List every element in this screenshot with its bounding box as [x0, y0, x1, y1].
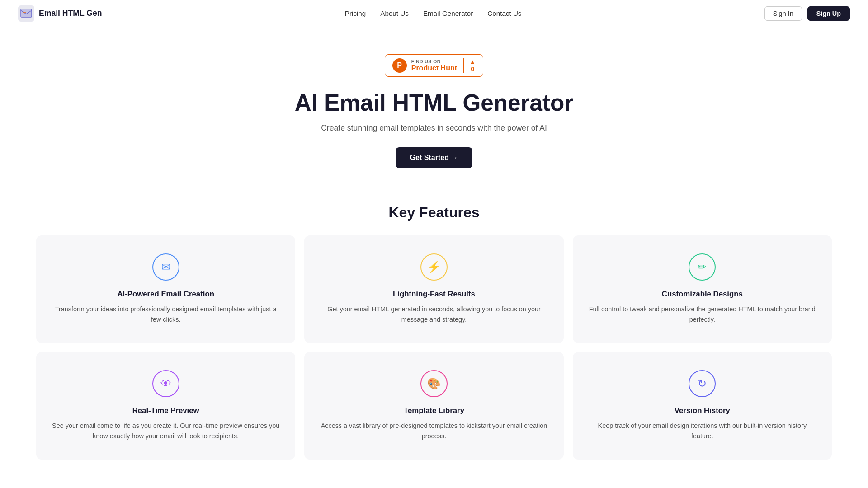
feature-desc-template-library: Access a vast library of pre-designed te… — [318, 421, 550, 441]
ph-arrow: ▲ — [469, 58, 476, 66]
feature-card-fast-results: ⚡Lightning-Fast ResultsGet your email HT… — [304, 235, 563, 343]
logo-icon — [18, 5, 34, 22]
feature-card-preview: 👁Real-Time PreviewSee your email come to… — [36, 352, 295, 460]
ph-name: Product Hunt — [411, 64, 457, 72]
nav-links: Pricing About Us Email Generator Contact… — [345, 9, 522, 18]
hero-section: P FIND US ON Product Hunt ▲ 0 AI Email H… — [0, 27, 868, 186]
nav-actions: Sign In Sign Up — [764, 6, 850, 21]
signin-button[interactable]: Sign In — [764, 6, 802, 21]
ph-text: FIND US ON Product Hunt — [411, 59, 457, 72]
ph-score: ▲ 0 — [463, 58, 476, 73]
feature-card-customizable: ✏Customizable DesignsFull control to twe… — [573, 235, 832, 343]
feature-icon-template-library: 🎨 — [420, 370, 448, 397]
nav-pricing[interactable]: Pricing — [345, 9, 366, 17]
nav-generator[interactable]: Email Generator — [423, 9, 473, 17]
signup-button[interactable]: Sign Up — [807, 6, 850, 21]
key-features-heading: Key Features — [36, 204, 832, 221]
feature-icon-ai-creation: ✉ — [152, 253, 179, 281]
navbar: Email HTML Gen Pricing About Us Email Ge… — [0, 0, 868, 27]
feature-desc-customizable: Full control to tweak and personalize th… — [586, 304, 818, 325]
get-started-button[interactable]: Get Started → — [396, 147, 473, 168]
feature-card-template-library: 🎨Template LibraryAccess a vast library o… — [304, 352, 563, 460]
features-grid: ✉AI-Powered Email CreationTransform your… — [36, 235, 832, 460]
feature-title-fast-results: Lightning-Fast Results — [318, 290, 550, 299]
ph-icon: P — [392, 58, 407, 73]
feature-title-ai-creation: AI-Powered Email Creation — [50, 290, 282, 299]
hero-title: AI Email HTML Generator — [9, 89, 859, 116]
feature-icon-fast-results: ⚡ — [420, 253, 448, 281]
svg-rect-3 — [23, 12, 26, 13]
svg-rect-4 — [23, 14, 25, 14]
brand-logo[interactable]: Email HTML Gen — [18, 5, 102, 22]
ph-find-label: FIND US ON — [411, 59, 457, 64]
brand-name: Email HTML Gen — [39, 9, 102, 18]
key-features-section: Key Features ✉AI-Powered Email CreationT… — [0, 186, 868, 478]
feature-card-ai-creation: ✉AI-Powered Email CreationTransform your… — [36, 235, 295, 343]
ph-num: 0 — [471, 66, 474, 73]
nav-contact[interactable]: Contact Us — [487, 9, 521, 17]
feature-desc-version-history: Keep track of your email design iteratio… — [586, 421, 818, 441]
nav-about[interactable]: About Us — [380, 9, 408, 17]
feature-title-preview: Real-Time Preview — [50, 406, 282, 415]
feature-card-version-history: ↻Version HistoryKeep track of your email… — [573, 352, 832, 460]
ai-action-section: See Our AI in Action — [0, 478, 868, 488]
feature-desc-preview: See your email come to life as you creat… — [50, 421, 282, 441]
feature-desc-ai-creation: Transform your ideas into professionally… — [50, 304, 282, 325]
feature-icon-preview: 👁 — [152, 370, 179, 397]
feature-title-customizable: Customizable Designs — [586, 290, 818, 299]
feature-desc-fast-results: Get your email HTML generated in seconds… — [318, 304, 550, 325]
feature-title-template-library: Template Library — [318, 406, 550, 415]
hero-subtitle: Create stunning email templates in secon… — [9, 123, 859, 133]
product-hunt-badge[interactable]: P FIND US ON Product Hunt ▲ 0 — [385, 54, 484, 77]
feature-title-version-history: Version History — [586, 406, 818, 415]
svg-rect-1 — [21, 9, 32, 17]
feature-icon-version-history: ↻ — [689, 370, 716, 397]
feature-icon-customizable: ✏ — [689, 253, 716, 281]
